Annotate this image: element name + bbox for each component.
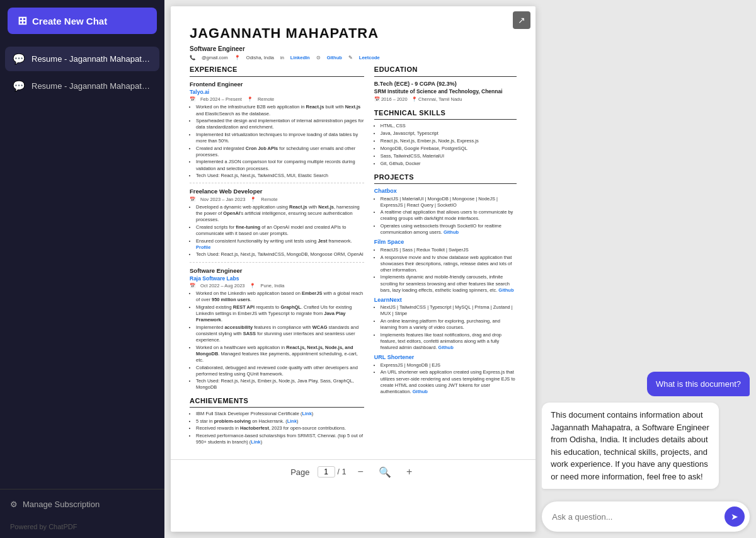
bullet-item: Created scripts for fine-tuning of an Op… <box>196 224 364 237</box>
bullet-item: Implements features like toast notificat… <box>381 332 517 351</box>
loc-icon: 📍 <box>249 283 255 290</box>
project-name: Chatbox <box>374 187 517 195</box>
skill-item: HTML, CSS <box>381 123 517 130</box>
github-icon: ⊙ <box>316 55 321 62</box>
project-bullets: NextJS | TailwindCSS | Typescript | MySQ… <box>374 304 517 351</box>
loc-icon: 📍 <box>247 96 253 103</box>
job-title: Freelance Web Developer <box>190 187 364 195</box>
skill-item: MongoDB, Google Firebase, PostgreSQL <box>381 146 517 152</box>
project-name: Film Space <box>374 238 517 246</box>
main-content: ↗ JAGANNATH MAHAPATRA Software Engineer … <box>164 0 756 538</box>
section-divider <box>190 183 364 183</box>
manage-subscription-button[interactable]: ⚙ Manage Subscription <box>0 489 164 519</box>
chat-messages: What is this document? This document con… <box>542 6 750 501</box>
chat-panel: What is this document? This document con… <box>542 6 750 532</box>
bullet-item: Implemented accessibility features in co… <box>196 324 364 343</box>
bullet-item: Implements dynamic and mobile-friendly c… <box>381 274 517 293</box>
resume-name: JAGANNATH MAHAPATRA <box>190 24 517 43</box>
bullet-item: Ensured consistent functionality by writ… <box>196 238 364 251</box>
job-title: Frontend Engineer <box>190 80 364 88</box>
scholarship-link[interactable]: Link <box>251 439 260 445</box>
job-dates: Nov 2023 – Jan 2023 <box>200 197 245 203</box>
leetcode-link[interactable]: Leetcode <box>359 55 380 62</box>
edu-school: SRM Institute of Science and Technology,… <box>374 88 517 96</box>
job-bullets: Worked on the infrastructure B2B web app… <box>190 104 364 179</box>
skill-item: Sass, TailwindCSS, MaterialUI <box>381 153 517 160</box>
achievement-item: 5 star in problem-solving on Hackerrank.… <box>196 418 364 425</box>
chat-item[interactable]: 💬 Resume - Jagannath Mahapatra.pdf <box>5 47 159 71</box>
resume-columns: EXPERIENCE Frontend Engineer Talyo.ai 📅 … <box>190 65 517 446</box>
section-divider <box>190 262 364 263</box>
cal-icon: 📅 <box>190 283 195 290</box>
chat-item-label: Resume - Jagannath Mahapatra.pdf <box>32 81 152 91</box>
pdf-external-button[interactable]: ↗ <box>513 11 530 29</box>
company-link[interactable]: Talyo.ai <box>190 89 209 95</box>
message-bubble-user: What is this document? <box>647 372 750 397</box>
chat-icon: 💬 <box>13 53 25 65</box>
new-chat-button[interactable]: ⊞ Create New Chat <box>8 8 157 34</box>
job-dates: Oct 2022 – Aug 2023 <box>200 283 244 290</box>
bullet-item: Tech Used: React.js, Next.js, TailwindCS… <box>196 251 364 258</box>
cert-link[interactable]: Link <box>302 411 311 416</box>
powered-by: Powered by ChatPDF <box>0 519 164 538</box>
page-total: 1 <box>342 467 346 476</box>
zoom-out-button[interactable]: − <box>354 465 367 479</box>
company: Talyo.ai <box>190 89 364 96</box>
manage-subscription-label: Manage Subscription <box>23 500 100 509</box>
skills-heading: TECHNICAL SKILLS <box>374 108 517 120</box>
job-location: Remote <box>258 96 274 103</box>
github-link[interactable]: Github <box>413 389 428 394</box>
github-link[interactable]: Github <box>438 345 454 350</box>
education-heading: EDUCATION <box>374 65 517 76</box>
project-name: LearnNext <box>374 296 517 304</box>
linkedin-link[interactable]: LinkedIn <box>290 55 310 62</box>
job-bullets: Developed a dynamic web application usin… <box>190 204 364 258</box>
chat-input[interactable] <box>552 512 719 522</box>
pdf-viewer[interactable]: ↗ JAGANNATH MAHAPATRA Software Engineer … <box>171 6 536 532</box>
bullet-item: A realtime chat application that allows … <box>381 209 517 222</box>
bullet-item: ExpressJS | MongoDB | EJS <box>381 362 517 369</box>
send-button[interactable]: ➤ <box>724 507 745 527</box>
zoom-in-button[interactable]: + <box>403 465 416 479</box>
profile-link[interactable]: Profile <box>196 244 210 250</box>
job-location: Pune, India <box>260 283 284 290</box>
bullet-item: Worked on the infrastructure B2B web app… <box>196 104 364 117</box>
achievements-heading: ACHIEVEMENTS <box>190 396 364 408</box>
new-chat-label: Create New Chat <box>32 16 107 26</box>
pdf-bottom-toolbar: Page / 1 − 🔍 + <box>171 459 536 484</box>
bullet-item: Tech Used: React.js, Next.js, TailwindCS… <box>196 173 364 179</box>
job-dates: Feb 2024 – Present <box>200 96 242 103</box>
github-link[interactable]: Github <box>327 55 342 62</box>
resume-title: Software Engineer <box>190 45 517 54</box>
edu-degree: B.Tech (ECE) - 9 CGPA (92.3%) <box>374 80 517 88</box>
job-location: Remote <box>261 197 277 203</box>
hackerrank-link[interactable]: Link <box>287 418 297 424</box>
project-bullets: ReactJS | MaterialUI | MongoDB | Mongoos… <box>374 196 517 236</box>
github-link[interactable]: Github <box>498 287 513 293</box>
skill-item: Git, Github, Docker <box>381 161 517 168</box>
achievement-item: Received performance-based scholarships … <box>196 433 364 445</box>
bullet-item: Worked on the LinkedIn web application b… <box>196 290 364 303</box>
bullet-item: Created and integrated Cron Job APIs for… <box>196 146 364 158</box>
message-text: This document contains information about… <box>551 410 709 481</box>
bullet-item: Migrated existing REST API requests to G… <box>196 304 364 323</box>
skill-item: React.js, Next.js, Ember.js, Node.js, Ex… <box>381 138 517 145</box>
achievement-item: IBM Full Stack Developer Professional Ce… <box>196 411 364 417</box>
chat-item[interactable]: 💬 Resume - Jagannath Mahapatra.pdf <box>5 74 159 98</box>
cal-icon: 📅 <box>190 197 195 203</box>
location: Odisha, India <box>246 55 274 62</box>
achievement-list: IBM Full Stack Developer Professional Ce… <box>190 411 364 445</box>
achievement-item: Received rewards in Hactoberfest, 2023 f… <box>196 425 364 432</box>
job-meta: 📅 Oct 2022 – Aug 2023 📍 Pune, India <box>190 283 364 290</box>
page-number-input[interactable] <box>318 466 335 478</box>
company-link[interactable]: Raja Software Labs <box>190 275 239 282</box>
plus-icon: ⊞ <box>18 14 27 28</box>
project-bullets: ExpressJS | MongoDB | EJS An URL shorten… <box>374 362 517 395</box>
bullet-item: Developed a dynamic web application usin… <box>196 204 364 223</box>
zoom-reset-button[interactable]: 🔍 <box>375 465 395 479</box>
resume-left-col: EXPERIENCE Frontend Engineer Talyo.ai 📅 … <box>190 65 364 446</box>
chat-icon: 💬 <box>13 80 25 92</box>
github-link[interactable]: Github <box>444 229 459 235</box>
page-label: Page <box>290 467 309 477</box>
resume-right-col: EDUCATION B.Tech (ECE) - 9 CGPA (92.3%) … <box>374 65 517 446</box>
